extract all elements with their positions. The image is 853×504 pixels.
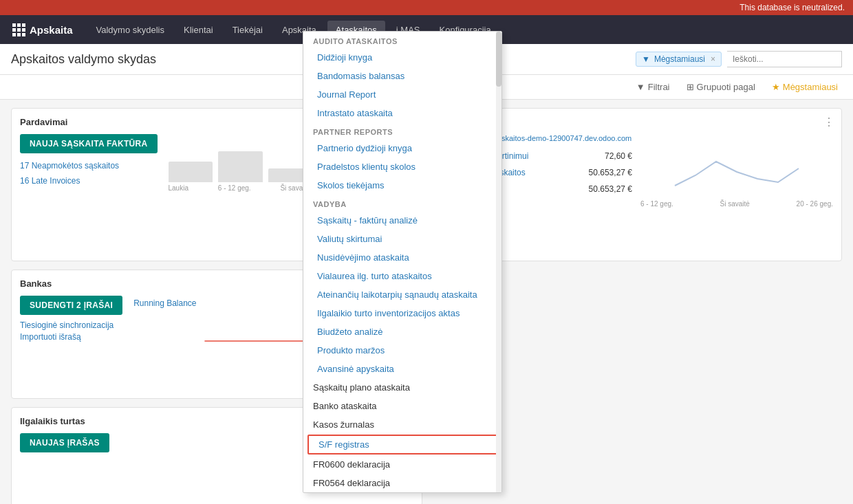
dd-skolos-tiekejams[interactable]: Skolos tiekėjams — [303, 176, 501, 195]
grid-icon — [12, 23, 25, 36]
pirkimai-more-icon[interactable]: ⋮ — [823, 116, 834, 129]
pardavimai-stats: 17 Neapmokėtos sąskaitos 16 Late Invoice… — [20, 159, 158, 188]
stat-late[interactable]: 16 Late Invoices — [20, 174, 158, 189]
dd-bandomasis-balansas[interactable]: Bandomasis balansas — [303, 67, 501, 85]
p-label-3: 20 - 26 geg. — [797, 200, 833, 208]
dd-partnerio-knyga[interactable]: Partnerio dydžioji knyga — [303, 139, 501, 157]
dd-produkto[interactable]: Produkto maržos — [303, 341, 501, 360]
group-by-button[interactable]: ⊞ Grupuoti pagal — [682, 79, 759, 95]
favorites-button[interactable]: ★ Mėgstamiausi — [768, 79, 842, 95]
bar-1 — [169, 162, 213, 182]
dropdown-menu: Audito ataskaitos Didžioji knyga Bandoma… — [303, 31, 502, 493]
label-2: 6 - 12 geg. — [218, 184, 251, 192]
notification-bar: This database is neutralized. — [0, 0, 853, 15]
filter-icon: ▼ — [636, 82, 645, 92]
dd-saskaitu-analize[interactable]: Sąskaitų - faktūrų analizė — [303, 211, 501, 230]
dd-banko-ataskaita[interactable]: Banko ataskaita — [303, 397, 501, 415]
label-1: Laukia — [169, 184, 188, 192]
sync-button[interactable]: SUDENGTI 2 ĮRAŠAI — [20, 296, 122, 315]
new-invoice-button[interactable]: NAUJA SĄSKAITA FAKTŪRA — [20, 134, 158, 153]
page-title: Apskaitos valdymo skydas — [11, 52, 156, 67]
dd-avansine[interactable]: Avansinė apyskaita — [303, 360, 501, 378]
filter-label: Mėgstamiausi — [654, 54, 705, 64]
dd-inventorizacijos[interactable]: Ilgalaikio turto inventorizacijos aktas — [303, 304, 501, 322]
section-vadyba: Vadyba — [303, 195, 501, 211]
scrollbar[interactable] — [496, 32, 501, 492]
link-sync[interactable]: Tiesioginė sinchronizacija — [20, 320, 122, 330]
dd-kasos-zurnalas[interactable]: Kasos žurnalas — [303, 415, 501, 434]
p-label-2: Ši savaitė — [720, 200, 750, 208]
section-partner: Partner Reports — [303, 122, 501, 139]
bank-links: Tiesioginė sinchronizacija Importuoti iš… — [20, 320, 122, 342]
brand-name: Apskaita — [30, 24, 73, 36]
amount-val-2: 50.653,27 € — [589, 164, 632, 181]
pirkimai-chart-labels: 6 - 12 geg. Ši savaitė 20 - 26 geg. — [640, 200, 833, 208]
header-right: ▼ Mėgstamiausi × — [636, 51, 842, 67]
notification-text: This database is neutralized. — [739, 3, 845, 12]
favorites-label: Mėgstamiausi — [783, 82, 838, 92]
dd-fr0564[interactable]: FR0564 deklaracija — [303, 474, 501, 492]
dd-ateinanciu[interactable]: Ateinančių laikotarpių sąnaudų ataskaita — [303, 285, 501, 304]
dd-biudzeto[interactable]: Biudžeto analizė — [303, 322, 501, 341]
dd-valiutu-skirtumai[interactable]: Valiutų skirtumai — [303, 230, 501, 248]
dd-journal-report[interactable]: Journal Report — [303, 85, 501, 104]
dd-pradelstos-skolos[interactable]: Pradelstos klientų skolos — [303, 157, 501, 176]
section-audito: Audito ataskaitos — [303, 32, 501, 48]
bar-2 — [218, 151, 263, 182]
brand-logo[interactable]: Apskaita — [6, 23, 80, 36]
nav-item-klientai[interactable]: Klientai — [175, 21, 222, 39]
link-import[interactable]: Importuoti išrašą — [20, 332, 122, 342]
funnel-icon: ▼ — [642, 54, 650, 64]
pirkimai-line-chart — [640, 148, 833, 196]
filters-button[interactable]: ▼ Filtrai — [632, 79, 674, 95]
amount-val-3: 50.653,27 € — [589, 181, 632, 197]
dd-vialaurea[interactable]: Vialaurea ilg. turto ataskaitos — [303, 267, 501, 285]
new-entry-button[interactable]: NAUJAS ĮRAŠAS — [20, 433, 109, 452]
dd-saskaitu-plano[interactable]: Sąskaitų plano ataskaita — [303, 378, 501, 397]
filter-tag[interactable]: ▼ Mėgstamiausi × — [636, 52, 722, 67]
search-input[interactable] — [727, 51, 842, 67]
group-by-label: Grupuoti pagal — [697, 82, 755, 92]
star-icon: ★ — [772, 82, 780, 92]
dd-fr0600[interactable]: FR0600 deklaracija — [303, 455, 501, 474]
filters-label: Filtrai — [648, 82, 670, 92]
nav-item-valdymo[interactable]: Valdymo skydelis — [88, 21, 173, 39]
dd-nusidevejiimo[interactable]: Nusidėvėjimo ataskaita — [303, 248, 501, 267]
filter-close-icon[interactable]: × — [711, 54, 715, 64]
nav-item-tiekėjai[interactable]: Tiekėjai — [224, 21, 271, 39]
dd-didzioji-knyga[interactable]: Didžioji knyga — [303, 48, 501, 67]
amount-val-1: 72,60 € — [605, 148, 632, 164]
p-label-1: 6 - 12 geg. — [640, 200, 673, 208]
pirkimai-chart-area: 6 - 12 geg. Ši savaitė 20 - 26 geg. — [640, 148, 833, 208]
dd-sf-registras[interactable]: S/F registras — [307, 435, 497, 454]
scroll-thumb — [496, 32, 501, 87]
dd-intrastato[interactable]: Intrastato ataskaita — [303, 104, 501, 122]
stat-overdue[interactable]: 17 Neapmokėtos sąskaitos — [20, 159, 158, 174]
group-icon: ⊞ — [687, 82, 694, 92]
